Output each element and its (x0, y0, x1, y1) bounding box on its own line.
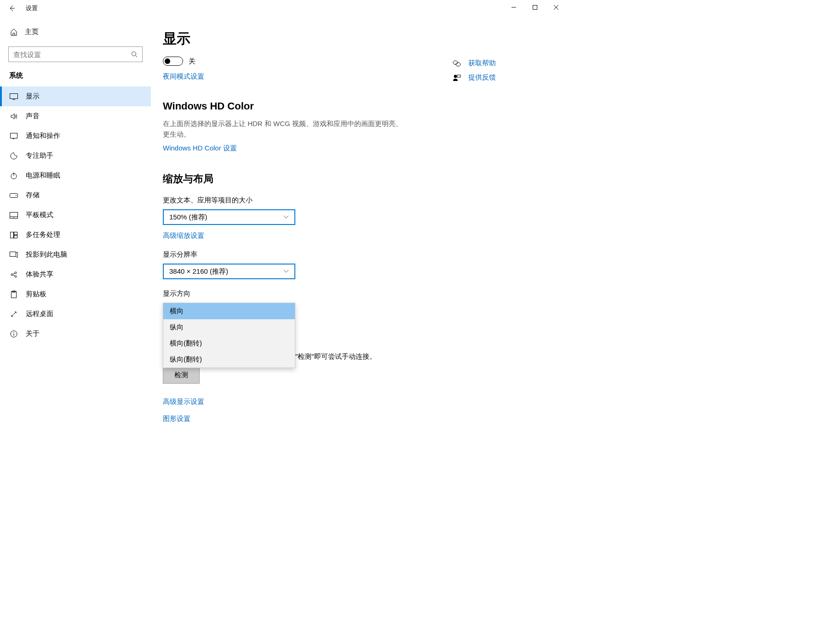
maximize-icon (533, 5, 537, 10)
graphics-settings-link[interactable]: 图形设置 (163, 414, 434, 423)
svg-point-4 (132, 52, 136, 56)
power-icon (9, 172, 18, 179)
svg-rect-17 (14, 232, 17, 235)
svg-point-21 (15, 272, 17, 274)
scale-heading: 缩放与布局 (163, 172, 434, 186)
home-label: 主页 (25, 28, 39, 36)
focus-icon (9, 152, 18, 160)
toggle-state-label: 关 (189, 57, 196, 66)
titlebar: 设置 (0, 0, 567, 17)
side-panel: 获取帮助 提供反馈 (453, 29, 496, 441)
sidebar-item-label: 显示 (26, 92, 40, 101)
sidebar-item-about[interactable]: 关于 (0, 324, 151, 344)
remote-icon (9, 310, 18, 318)
arrow-left-icon (8, 5, 16, 12)
svg-point-15 (13, 217, 14, 218)
sidebar-item-project[interactable]: 投影到此电脑 (0, 245, 151, 264)
scale-value: 150% (推荐) (169, 213, 207, 222)
feedback-link[interactable]: 提供反馈 (453, 73, 496, 82)
svg-rect-6 (10, 93, 18, 98)
orientation-dropdown-menu: 横向 纵向 横向(翻转) 纵向(翻转) (163, 303, 295, 368)
svg-rect-16 (11, 232, 14, 238)
sidebar-item-label: 电源和睡眠 (26, 171, 60, 180)
search-input[interactable] (8, 46, 143, 62)
svg-point-20 (11, 274, 13, 276)
hdcolor-description: 在上面所选择的显示器上让 HDR 和 WCG 视频、游戏和应用中的画面更明亮、更… (163, 119, 407, 139)
page-title: 显示 (163, 29, 434, 48)
detect-button[interactable]: 检测 (163, 367, 200, 384)
minimize-button[interactable] (503, 0, 524, 15)
sidebar-item-sound[interactable]: 声音 (0, 106, 151, 126)
sidebar-item-label: 剪贴板 (26, 290, 46, 299)
scale-label: 更改文本、应用等项目的大小 (163, 196, 434, 205)
orientation-option-landscape[interactable]: 横向 (163, 303, 295, 319)
sidebar-item-remote[interactable]: 远程桌面 (0, 304, 151, 324)
orientation-option-portrait-flipped[interactable]: 纵向(翻转) (163, 351, 295, 368)
svg-point-34 (454, 75, 457, 78)
svg-line-24 (13, 275, 15, 276)
resolution-dropdown[interactable]: 3840 × 2160 (推荐) (163, 264, 295, 279)
storage-icon (9, 193, 18, 198)
minimize-icon (512, 5, 516, 10)
sidebar-item-label: 关于 (26, 329, 40, 338)
svg-rect-19 (10, 252, 16, 256)
chevron-down-icon (283, 215, 289, 219)
sidebar-item-label: 多任务处理 (26, 230, 60, 239)
get-help-link[interactable]: 获取帮助 (453, 59, 496, 68)
scale-dropdown[interactable]: 150% (推荐) (163, 209, 295, 225)
advanced-display-link[interactable]: 高级显示设置 (163, 397, 434, 406)
night-mode-settings-link[interactable]: 夜间模式设置 (163, 72, 204, 81)
help-icon (453, 60, 462, 67)
tablet-icon (9, 212, 18, 218)
sidebar-item-storage[interactable]: 存储 (0, 185, 151, 205)
multitask-icon (9, 232, 18, 238)
close-icon (554, 5, 558, 10)
sidebar: 主页 系统 显示 声音 通知和操作 专注助手 电源和睡眠 (0, 17, 151, 441)
sidebar-item-multitask[interactable]: 多任务处理 (0, 225, 151, 245)
orientation-option-landscape-flipped[interactable]: 横向(翻转) (163, 335, 295, 351)
sidebar-item-display[interactable]: 显示 (0, 86, 151, 106)
advanced-scale-link[interactable]: 高级缩放设置 (163, 231, 204, 240)
search-field[interactable] (13, 51, 131, 58)
home-icon (9, 29, 18, 36)
svg-rect-18 (14, 235, 17, 238)
svg-line-27 (12, 314, 14, 316)
sidebar-item-shared[interactable]: 体验共享 (0, 264, 151, 284)
hdcolor-settings-link[interactable]: Windows HD Color 设置 (163, 144, 237, 153)
svg-line-23 (13, 273, 15, 274)
project-icon (9, 252, 18, 258)
sidebar-item-label: 远程桌面 (26, 310, 53, 318)
sidebar-item-label: 通知和操作 (26, 132, 60, 140)
chevron-down-icon (283, 270, 289, 273)
orientation-label: 显示方向 (163, 289, 434, 298)
sidebar-item-focus[interactable]: 专注助手 (0, 146, 151, 166)
svg-rect-8 (11, 133, 17, 138)
display-icon (9, 93, 18, 100)
feedback-label: 提供反馈 (468, 73, 496, 82)
night-mode-toggle[interactable] (163, 57, 183, 66)
home-link[interactable]: 主页 (0, 24, 151, 40)
sidebar-item-label: 平板模式 (26, 211, 53, 219)
resolution-value: 3840 × 2160 (推荐) (169, 267, 228, 276)
get-help-label: 获取帮助 (468, 59, 496, 68)
back-button[interactable] (6, 2, 18, 15)
maximize-button[interactable] (524, 0, 546, 15)
svg-line-28 (14, 312, 16, 314)
svg-point-30 (13, 332, 14, 333)
clipboard-icon (9, 291, 18, 298)
sidebar-item-tablet[interactable]: 平板模式 (0, 205, 151, 225)
notifications-icon (9, 133, 18, 139)
app-title: 设置 (26, 4, 38, 12)
sidebar-item-label: 体验共享 (26, 270, 53, 279)
window-controls (503, 0, 567, 15)
orientation-option-portrait[interactable]: 纵向 (163, 319, 295, 335)
svg-rect-35 (457, 75, 460, 77)
sidebar-item-power[interactable]: 电源和睡眠 (0, 166, 151, 185)
sidebar-item-notifications[interactable]: 通知和操作 (0, 126, 151, 146)
svg-point-12 (16, 195, 17, 196)
sidebar-item-clipboard[interactable]: 剪贴板 (0, 284, 151, 304)
close-button[interactable] (546, 0, 567, 15)
sidebar-item-label: 投影到此电脑 (26, 250, 67, 259)
search-icon (131, 51, 138, 58)
svg-point-22 (15, 276, 17, 277)
